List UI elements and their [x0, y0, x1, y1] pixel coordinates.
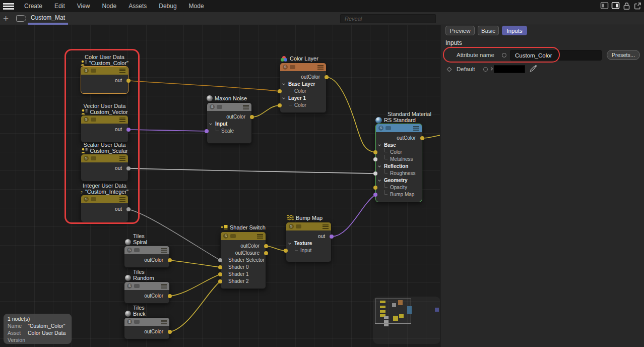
tab-preview[interactable]: Preview	[445, 26, 475, 35]
menu-node[interactable]: Node	[96, 0, 123, 12]
default-color-swatch[interactable]	[494, 65, 525, 73]
port-out[interactable]	[126, 207, 131, 211]
preview-icon[interactable]	[91, 156, 96, 160]
menu-view[interactable]: View	[71, 0, 96, 12]
port-base-color[interactable]	[278, 89, 282, 93]
add-node-icon[interactable]: +	[3, 13, 9, 25]
solo-icon[interactable]: S	[378, 126, 383, 131]
split-view-left-icon[interactable]	[600, 2, 609, 10]
port-outcolor[interactable]	[264, 244, 268, 248]
collapse-icon[interactable]	[288, 242, 291, 245]
collapse-icon[interactable]	[378, 164, 381, 167]
preview-icon[interactable]	[217, 105, 222, 109]
node-menu-icon[interactable]	[317, 65, 324, 70]
node-menu-icon[interactable]	[161, 320, 167, 324]
node-menu-icon[interactable]	[413, 126, 419, 131]
port-outclosure[interactable]	[264, 251, 268, 255]
menu-create[interactable]: Create	[18, 0, 48, 12]
node-box[interactable]: S outColor Base Layer Color Layer 1 Colo…	[280, 63, 327, 113]
port-outcolor[interactable]	[325, 75, 329, 79]
reveal-search-input[interactable]	[340, 14, 436, 23]
menu-assets[interactable]: Assets	[122, 0, 153, 12]
preview-icon[interactable]	[91, 197, 96, 201]
node-menu-icon[interactable]	[323, 224, 329, 229]
node-box[interactable]: S out	[81, 195, 128, 222]
menu-mode[interactable]: Mode	[183, 0, 210, 12]
node-menu-icon[interactable]	[243, 105, 249, 109]
eyedropper-icon[interactable]	[529, 64, 538, 73]
lock-icon[interactable]	[622, 2, 631, 10]
node-box[interactable]: S outColor outClosure Shader Selector Sh…	[220, 232, 266, 289]
menu-debug[interactable]: Debug	[153, 0, 182, 12]
preview-icon[interactable]	[230, 234, 236, 238]
node-box[interactable]: S out	[81, 154, 128, 182]
node-menu-icon[interactable]	[119, 156, 125, 161]
menu-edit[interactable]: Edit	[48, 0, 71, 12]
collapse-icon[interactable]	[378, 179, 381, 182]
minimap[interactable]	[373, 297, 440, 344]
node-menu-icon[interactable]	[119, 69, 125, 73]
pop-out-icon[interactable]	[633, 2, 642, 10]
presets-button[interactable]: Presets...	[607, 50, 640, 60]
port-indicator-icon[interactable]	[483, 67, 488, 72]
port-scale[interactable]	[205, 129, 209, 133]
node-menu-icon[interactable]	[161, 248, 167, 253]
collapse-icon[interactable]	[282, 82, 285, 85]
port-shader-1[interactable]	[218, 272, 222, 276]
port-layer1-color[interactable]	[278, 103, 282, 107]
node-menu-icon[interactable]	[119, 197, 125, 202]
hamburger-menu-icon[interactable]	[3, 3, 14, 10]
split-view-right-icon[interactable]	[611, 2, 620, 10]
node-box[interactable]: S out	[81, 66, 128, 94]
preview-icon[interactable]	[385, 126, 391, 130]
solo-icon[interactable]: S	[127, 248, 132, 253]
collapse-icon[interactable]	[378, 143, 381, 146]
port-outcolor[interactable]	[420, 136, 424, 140]
node-box[interactable]: S outColor Base Color Metalness Reflecti…	[375, 124, 422, 202]
node-box[interactable]: S outColor	[124, 317, 170, 339]
node-box[interactable]: S outColor Input Scale	[207, 102, 252, 144]
port-shader-0[interactable]	[218, 265, 222, 269]
port-out[interactable]	[330, 235, 334, 239]
node-menu-icon[interactable]	[119, 118, 125, 122]
node-box[interactable]: S outColor	[124, 281, 170, 304]
port-input[interactable]	[284, 249, 288, 253]
expand-chevron-icon[interactable]	[489, 67, 493, 71]
solo-icon[interactable]: S	[84, 197, 89, 202]
solo-icon[interactable]: S	[210, 104, 215, 109]
port-out[interactable]	[126, 79, 131, 83]
port-metalness[interactable]	[373, 157, 377, 161]
collapse-icon[interactable]	[282, 96, 285, 99]
solo-icon[interactable]: S	[283, 65, 288, 70]
preview-icon[interactable]	[91, 69, 96, 73]
material-tag-icon[interactable]	[16, 15, 26, 22]
preview-icon[interactable]	[91, 118, 96, 122]
material-tab[interactable]: Custom_Mat	[27, 12, 69, 25]
node-menu-icon[interactable]	[257, 234, 263, 239]
tab-basic[interactable]: Basic	[478, 26, 499, 35]
node-graph-canvas[interactable]: Color User Data "Custom_Color" S out Vec…	[0, 25, 440, 347]
preview-icon[interactable]	[290, 65, 295, 69]
port-roughness[interactable]	[373, 171, 377, 176]
tab-inputs[interactable]: Inputs	[502, 26, 527, 35]
solo-icon[interactable]: S	[84, 117, 89, 122]
solo-icon[interactable]: S	[289, 224, 294, 229]
port-outcolor[interactable]	[168, 330, 172, 334]
solo-icon[interactable]: S	[84, 68, 89, 73]
preview-icon[interactable]	[134, 284, 140, 288]
port-outcolor[interactable]	[168, 294, 172, 298]
port-bump-map[interactable]	[373, 193, 377, 197]
node-box[interactable]: S out	[81, 115, 128, 143]
port-shader-2[interactable]	[218, 279, 222, 283]
port-shader-selector[interactable]	[218, 258, 222, 262]
preview-icon[interactable]	[296, 224, 301, 228]
attribute-name-input[interactable]	[510, 50, 602, 61]
port-out[interactable]	[126, 166, 131, 170]
keyframe-diamond-icon[interactable]	[447, 67, 452, 72]
port-base-color[interactable]	[373, 150, 377, 154]
node-menu-icon[interactable]	[161, 284, 167, 288]
solo-icon[interactable]: S	[223, 234, 228, 239]
preview-icon[interactable]	[134, 248, 140, 252]
solo-icon[interactable]: S	[127, 283, 132, 288]
node-box[interactable]: S out Texture Input	[286, 222, 332, 262]
